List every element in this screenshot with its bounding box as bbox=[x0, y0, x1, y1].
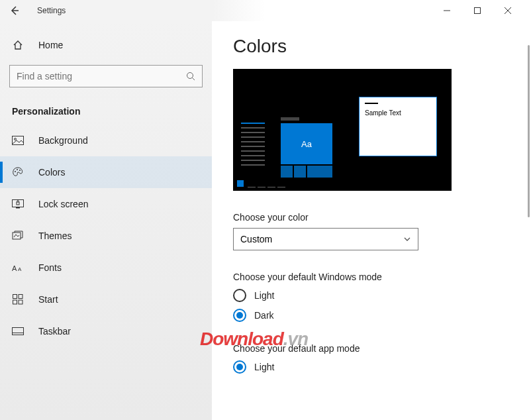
back-button[interactable] bbox=[8, 4, 21, 17]
choose-color-dropdown[interactable]: Custom bbox=[233, 228, 418, 250]
svg-point-8 bbox=[15, 171, 16, 172]
svg-rect-18 bbox=[19, 295, 23, 299]
window-title: Settings bbox=[37, 6, 66, 15]
svg-rect-20 bbox=[19, 300, 23, 304]
search-icon bbox=[186, 72, 195, 81]
colors-icon bbox=[12, 167, 24, 178]
radio-icon bbox=[233, 289, 246, 302]
chevron-down-icon bbox=[403, 235, 411, 243]
svg-rect-14 bbox=[13, 233, 21, 239]
sidebar-home[interactable]: Home bbox=[0, 32, 212, 58]
svg-rect-6 bbox=[13, 136, 24, 145]
sidebar-item-themes[interactable]: Themes bbox=[0, 220, 212, 252]
minimize-button[interactable] bbox=[432, 0, 462, 21]
home-icon bbox=[12, 40, 24, 50]
arrow-left-icon bbox=[10, 6, 19, 15]
background-icon bbox=[12, 136, 24, 145]
search-box[interactable] bbox=[9, 65, 203, 87]
sidebar-item-label: Lock screen bbox=[38, 199, 88, 209]
sidebar-category: Personalization bbox=[0, 87, 212, 125]
sidebar-item-start[interactable]: Start bbox=[0, 284, 212, 315]
sidebar-item-label: Taskbar bbox=[38, 326, 71, 337]
svg-line-5 bbox=[193, 78, 195, 81]
radio-label: Light bbox=[254, 290, 274, 301]
app-mode-label: Choose your default app mode bbox=[233, 343, 510, 354]
sidebar: Home Personalization BackgroundColorsLoc… bbox=[0, 21, 212, 420]
radio-icon bbox=[233, 309, 246, 322]
choose-color-value: Custom bbox=[240, 234, 403, 244]
svg-text:A: A bbox=[18, 266, 22, 272]
sidebar-item-label: Fonts bbox=[38, 262, 62, 273]
choose-color-label: Choose your color bbox=[233, 212, 510, 223]
sidebar-item-lock-screen[interactable]: Lock screen bbox=[0, 188, 212, 220]
svg-point-4 bbox=[187, 73, 193, 79]
sidebar-item-label: Themes bbox=[38, 231, 72, 241]
scrollbar[interactable] bbox=[528, 45, 530, 217]
close-icon bbox=[505, 7, 511, 14]
svg-point-7 bbox=[15, 138, 17, 140]
radio-icon bbox=[233, 360, 246, 374]
svg-point-10 bbox=[19, 170, 21, 171]
windows-mode-option-dark[interactable]: Dark bbox=[233, 309, 510, 322]
sidebar-item-background[interactable]: Background bbox=[0, 125, 212, 156]
radio-label: Light bbox=[254, 362, 274, 372]
sidebar-item-colors[interactable]: Colors bbox=[0, 156, 212, 188]
windows-mode-label: Choose your default Windows mode bbox=[233, 272, 510, 282]
preview-sample-text: Sample Text bbox=[365, 109, 431, 117]
minimize-icon bbox=[444, 7, 450, 14]
svg-rect-17 bbox=[13, 295, 17, 299]
sidebar-item-fonts[interactable]: AAFonts bbox=[0, 252, 212, 284]
page-heading: Colors bbox=[233, 36, 510, 57]
svg-text:A: A bbox=[12, 264, 17, 272]
sidebar-item-label: Colors bbox=[38, 167, 65, 178]
sidebar-item-label: Background bbox=[38, 135, 88, 146]
maximize-button[interactable] bbox=[462, 0, 493, 21]
lock-screen-icon bbox=[12, 199, 24, 209]
windows-mode-option-light[interactable]: Light bbox=[233, 289, 510, 302]
themes-icon bbox=[12, 231, 24, 241]
color-preview: Aa Sample Text bbox=[233, 69, 452, 191]
maximize-icon bbox=[474, 7, 481, 14]
svg-rect-13 bbox=[17, 202, 19, 205]
main-content: Colors Aa Sample Text Choose your color … bbox=[212, 21, 531, 420]
app-mode-option-light[interactable]: Light bbox=[233, 360, 510, 374]
titlebar: Settings bbox=[0, 0, 531, 21]
svg-point-9 bbox=[17, 169, 18, 170]
taskbar-icon bbox=[12, 327, 24, 335]
svg-rect-12 bbox=[16, 207, 20, 209]
sidebar-item-label: Start bbox=[38, 294, 58, 305]
svg-rect-1 bbox=[475, 8, 481, 14]
svg-rect-21 bbox=[13, 328, 24, 335]
search-input[interactable] bbox=[17, 71, 186, 81]
svg-rect-19 bbox=[13, 300, 17, 304]
preview-window: Sample Text bbox=[359, 97, 437, 156]
sidebar-home-label: Home bbox=[38, 40, 63, 50]
radio-label: Dark bbox=[254, 310, 274, 321]
start-icon bbox=[12, 294, 24, 305]
preview-tile: Aa bbox=[281, 123, 332, 164]
close-button[interactable] bbox=[493, 0, 523, 21]
svg-rect-11 bbox=[13, 200, 24, 207]
sidebar-item-taskbar[interactable]: Taskbar bbox=[0, 315, 212, 347]
fonts-icon: AA bbox=[12, 263, 24, 272]
